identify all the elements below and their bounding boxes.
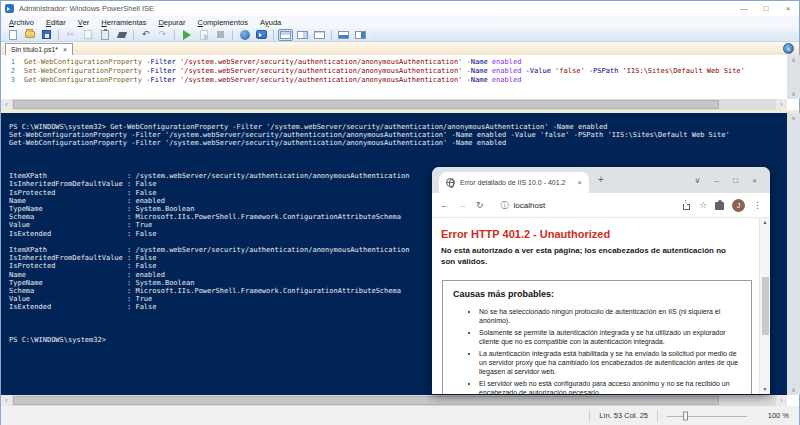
new-script-icon — [9, 30, 17, 40]
scroll-left-icon[interactable]: ‹ — [1, 99, 12, 110]
new-remote-powershell-tab-icon — [240, 30, 250, 40]
window-title: Administrador: Windows PowerShell ISE — [19, 4, 154, 13]
redo-icon: ↷ — [159, 30, 167, 39]
chevron-down-icon[interactable]: ∨ — [688, 176, 707, 185]
script-pane-panel-top-button[interactable] — [336, 29, 351, 41]
scrollbar-thumb[interactable] — [13, 100, 719, 109]
paste-button[interactable] — [97, 29, 112, 41]
editor-vertical-scrollbar[interactable]: ∧ ∨ — [787, 55, 800, 99]
profile-avatar[interactable]: J — [732, 199, 745, 212]
code-text: Set-WebConfigurationProperty -Filter '/s… — [24, 67, 745, 76]
bookmark-star-icon[interactable]: ☆ — [699, 200, 707, 210]
start-powershell-exe-button[interactable] — [254, 29, 269, 41]
scroll-down-icon[interactable]: ▼ — [763, 387, 768, 392]
menu-herramientas[interactable]: Herramientas — [95, 16, 152, 28]
minimize-button[interactable]: — — [733, 1, 755, 16]
show-script-pane-top-button[interactable] — [278, 29, 293, 41]
scroll-down-icon[interactable]: ∨ — [791, 89, 795, 99]
tab-close-icon[interactable]: × — [577, 178, 582, 187]
error-page-message: No está autorizado a ver esta página; lo… — [441, 246, 736, 268]
cut-button[interactable]: ✂ — [63, 29, 78, 41]
menu-depurar[interactable]: Depurar — [152, 16, 191, 28]
cursor-position: Lín. 53 Col. 25 — [599, 411, 648, 420]
share-icon[interactable]: ↑ — [682, 201, 691, 210]
code-line[interactable]: 1Get-WebConfigurationProperty -Filter '/… — [1, 58, 787, 67]
clear-console-pane-button[interactable] — [114, 29, 129, 41]
scroll-down-icon[interactable]: ∨ — [791, 385, 795, 395]
undo-button[interactable]: ↶ — [138, 29, 153, 41]
toolbar: ✂↶↷⋮ — [1, 28, 799, 42]
copy-button[interactable] — [80, 29, 95, 41]
scrollbar-thumb[interactable] — [13, 396, 719, 405]
globe-favicon-icon — [446, 178, 455, 187]
browser-minimize-button[interactable]: – — [707, 176, 726, 185]
menu-archivo[interactable]: Archivo — [3, 16, 40, 28]
script-pane-panel-right-button[interactable] — [353, 29, 368, 41]
run-script-button[interactable] — [179, 29, 194, 41]
address-bar[interactable]: localhost — [514, 201, 682, 210]
collapse-script-pane-button[interactable]: ∧ — [783, 43, 794, 54]
line-number: 1 — [1, 58, 15, 67]
site-info-icon[interactable]: ⓘ — [501, 200, 509, 211]
redo-button[interactable]: ↷ — [155, 29, 170, 41]
copy-icon — [84, 30, 92, 39]
browser-menu-icon[interactable]: ⋮ — [753, 200, 762, 210]
show-script-pane-right-button[interactable] — [295, 29, 310, 41]
toolbar-separator — [58, 30, 59, 40]
script-editor[interactable]: 1Get-WebConfigurationProperty -Filter '/… — [1, 55, 787, 99]
reload-button[interactable]: ↻ — [476, 200, 484, 210]
zoom-slider[interactable] — [667, 406, 747, 425]
run-selection-button[interactable] — [196, 29, 211, 41]
browser-tab[interactable]: Error detallado de IIS 10.0 - 401.2 × — [439, 172, 589, 193]
scroll-up-icon[interactable]: ∧ — [791, 113, 795, 123]
browser-close-button[interactable]: × — [745, 176, 764, 185]
menu-ver[interactable]: Ver — [72, 16, 96, 28]
scroll-up-icon[interactable]: ∧ — [791, 55, 795, 65]
scroll-right-icon[interactable]: › — [776, 99, 787, 110]
start-powershell-exe-icon — [256, 30, 267, 39]
menu-complementos[interactable]: Complementos — [192, 16, 254, 28]
powershell-ise-app-icon — [5, 4, 14, 13]
console-horizontal-scrollbar[interactable]: ‹ › — [1, 395, 787, 406]
code-line[interactable]: 3Get-WebConfigurationProperty -Filter '/… — [1, 76, 787, 85]
stop-operation-button[interactable] — [213, 29, 228, 41]
forward-button: → — [458, 200, 467, 210]
clear-console-pane-icon — [116, 32, 126, 38]
new-remote-powershell-tab-button[interactable] — [237, 29, 252, 41]
probable-causes-title: Causas más probables: — [453, 289, 741, 299]
script-pane-panel-top-icon — [338, 31, 349, 39]
open-script-button[interactable] — [22, 29, 37, 41]
scroll-right-icon[interactable]: › — [776, 395, 787, 406]
back-button[interactable]: ← — [440, 200, 449, 210]
line-number: 3 — [1, 76, 15, 85]
browser-maximize-button[interactable]: □ — [726, 176, 745, 185]
maximize-button[interactable]: □ — [755, 1, 777, 16]
probable-cause-item: No se ha seleccionado ningún protocolo d… — [479, 307, 741, 325]
extensions-icon[interactable] — [715, 202, 724, 210]
browser-window: Error detallado de IIS 10.0 - 401.2 × + … — [432, 167, 770, 394]
editor-horizontal-scrollbar[interactable]: ‹ › — [1, 99, 787, 110]
close-button[interactable]: × — [777, 1, 799, 16]
menu-bar: ArchivoEditarVerHerramientasDepurarCompl… — [1, 16, 799, 28]
show-script-pane-maximized-button[interactable] — [312, 29, 327, 41]
save-script-button[interactable] — [39, 29, 54, 41]
script-tab-close-icon[interactable]: × — [63, 46, 67, 53]
browser-toolbar: ← → ↻ ⓘ localhost ↑ ☆ J ⋮ — [432, 193, 770, 218]
console-vertical-scrollbar[interactable]: ∧ ∨ — [787, 113, 800, 395]
zoom-level: 100 % — [747, 411, 789, 420]
menu-ayuda[interactable]: Ayuda — [254, 16, 287, 28]
toolbar-separator — [232, 30, 233, 40]
script-tab[interactable]: Sin título1.ps1* × — [5, 43, 73, 55]
code-line[interactable]: 2Set-WebConfigurationProperty -Filter '/… — [1, 67, 787, 76]
zoom-slider-handle[interactable] — [683, 411, 688, 420]
script-tab-strip: Sin título1.ps1* × ∧ — [1, 42, 799, 55]
new-script-button[interactable] — [5, 29, 20, 41]
page-scrollbar[interactable]: ▲ ▼ — [759, 218, 770, 394]
open-script-icon — [25, 31, 35, 38]
menu-editar[interactable]: Editar — [40, 16, 72, 28]
paste-icon — [101, 30, 109, 40]
scroll-left-icon[interactable]: ‹ — [1, 395, 12, 406]
scrollbar-thumb[interactable] — [762, 277, 769, 335]
scroll-up-icon[interactable]: ▲ — [763, 220, 768, 225]
new-tab-button[interactable]: + — [598, 174, 604, 185]
